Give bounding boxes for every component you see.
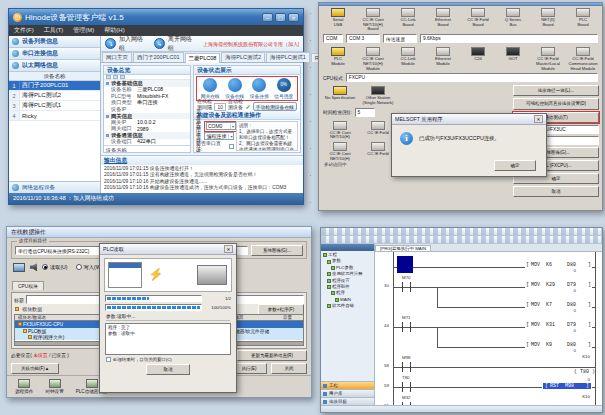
tab-0[interactable]: 网口主页	[102, 52, 132, 62]
ethernet-board-icon[interactable]: Ethernet Board	[426, 8, 460, 32]
param-program-button[interactable]: 参数+程序(F)	[258, 304, 304, 315]
auto-detect-checkbox[interactable]: ✓	[246, 103, 251, 110]
contact-T80[interactable]: T80	[402, 382, 411, 392]
speed-value[interactable]: 9.6Kbps	[420, 34, 598, 43]
timer-coil[interactable]: K10( T84 )0	[573, 394, 596, 405]
cancel-button[interactable]: 取消	[513, 186, 599, 197]
join-group-button[interactable]: ↴ 加入网络组	[105, 35, 147, 53]
melsoft-ok-button[interactable]: 确定	[494, 160, 536, 171]
system-image-button[interactable]: 系统图像(G)...	[251, 245, 303, 256]
nav-tab-工程[interactable]: 工程	[321, 381, 374, 389]
device-row[interactable]: 3海得PLC测试1	[9, 101, 100, 111]
rst-instruction[interactable]: [RSTM98]	[542, 383, 592, 389]
cc-ie-cont-net-10-h-module-icon[interactable]: CC IE Cont NET/10(H) Module	[356, 47, 390, 71]
cc-ie-field-board-icon[interactable]: CC IE Field Board	[461, 8, 495, 32]
minimize-button[interactable]: ─	[262, 13, 273, 22]
sidebar-item-network-remote[interactable]: 网络远程设备	[9, 181, 100, 193]
plc-board-icon[interactable]: PLC Board	[566, 8, 600, 32]
sidebar-panel-1[interactable]: 串口连接信息	[9, 48, 100, 60]
auto-close-checkbox[interactable]	[106, 357, 111, 362]
other-station-single-network--icon[interactable]: Other Station (Single Network)	[361, 86, 395, 105]
net-ii-board-icon[interactable]: NET(II) Board	[531, 8, 565, 32]
instruction[interactable]: [MOVK29D79]0	[525, 282, 592, 293]
q-series-bus-icon[interactable]: Q Series Bus	[496, 8, 530, 32]
connection-path-list-button[interactable]: 连接路径一览(L)...	[513, 85, 599, 96]
sidebar-panel-2[interactable]: 以太网络信息	[9, 60, 100, 72]
cc-ie-field-icon[interactable]: CC IE Field	[361, 142, 395, 161]
maximize-button[interactable]: ▢	[275, 13, 286, 22]
melsoft-dialog-title-bar[interactable]: MELSOFT 应用程序 ✕	[392, 114, 546, 125]
cc-link-board-icon[interactable]: CC-Link Board	[391, 8, 425, 32]
instruction[interactable]: [MOVK7D80]0	[525, 302, 592, 313]
title-bar[interactable]: ◷ Hinode设备管理客户端 v1.5 ─ ▢ ✕	[9, 9, 303, 25]
refresh-button[interactable]: 更新为最新的信息(R)	[237, 350, 307, 361]
close-icon[interactable]: ✕	[534, 115, 543, 123]
com-port-value[interactable]: COM 3	[346, 34, 380, 43]
tab-1[interactable]: 西门子200PLC01	[133, 52, 184, 62]
menu-item[interactable]: 工具(T)	[39, 26, 69, 35]
tool-远程操作[interactable]: 远程操作	[15, 379, 33, 394]
ladder-canvas[interactable]: [MOVK6D80]030M70[MOVK29D79]0[MOVK7D80]04…	[375, 252, 602, 405]
cc-ie-field-communication-head-module-icon[interactable]: CC IE Field Communication Head Module	[566, 47, 600, 71]
navigation-toolbar[interactable]	[321, 244, 374, 251]
document-tab[interactable]: [PRG]监视执行中 MAIN	[375, 245, 431, 251]
project-tree[interactable]: 工程参数PLC参数全局软元件注释程序设置程序部件程序MAIN软元件存储	[321, 251, 374, 381]
no-specification-icon[interactable]: No Specification	[323, 86, 357, 105]
serial-usb-icon[interactable]: Serial USB	[321, 8, 355, 32]
cc-ie-cont-net-10-h--icon[interactable]: CC IE Cont NET/10(H)	[323, 142, 357, 161]
com-select[interactable]: COM0 ▾	[206, 122, 236, 130]
close-button[interactable]: ✕	[288, 13, 299, 22]
nav-tab-连接目标[interactable]: 连接目标	[321, 397, 374, 405]
tab-icon	[323, 400, 327, 404]
tab-3[interactable]: 海得PLC测试2	[221, 52, 265, 62]
cc-ie-cont-net-10-h--icon[interactable]: CC IE Cont NET/10(H)	[323, 121, 357, 140]
tab-4[interactable]: 海得PLC测试1	[266, 52, 310, 62]
tab-cpu-module[interactable]: CPU模块	[12, 281, 44, 290]
contact-M71[interactable]: M71	[402, 322, 411, 332]
contact-M98[interactable]: M98	[402, 362, 411, 372]
cc-ie-field-icon[interactable]: CC IE Field	[361, 121, 395, 140]
cc-ie-cont-net-10-h-board-icon[interactable]: CC IE Cont NET/10(H) Board	[356, 8, 390, 32]
menu-item[interactable]: 文件(F)	[9, 26, 39, 35]
mode-radio-0[interactable]: 读取(U)	[42, 264, 68, 271]
leave-group-button[interactable]: ↳ 离开网络组	[154, 35, 196, 53]
got-icon[interactable]: GOT	[496, 47, 530, 71]
tree-item-软元件存储[interactable]: 软元件存储	[323, 303, 373, 309]
interval-input[interactable]: 10	[214, 103, 226, 111]
instruction[interactable]: [MOVK31D79]0	[525, 322, 592, 333]
ladder-toolbar-row2[interactable]	[321, 236, 602, 244]
instruction[interactable]: [MOVK6D80]0	[525, 262, 592, 273]
c24-icon[interactable]: C24	[461, 47, 495, 71]
online-title-bar[interactable]: 在线数据操作	[7, 227, 311, 238]
tab-2[interactable]: 三菱PLC08	[185, 53, 221, 63]
sidebar-panel-0[interactable]: 设备列表信息	[9, 36, 100, 48]
progress-result-list[interactable]: 程序 : 完了参数 : 读取中	[105, 323, 231, 355]
direct-serial-checkbox[interactable]	[229, 144, 234, 149]
ladder-toolbar-row1[interactable]	[321, 228, 602, 236]
connect-mode-select[interactable]: 编程连接 ▾	[204, 132, 234, 140]
progress-cancel-button[interactable]: 取消	[146, 364, 190, 375]
direct-connection-setting-button[interactable]: 可编程控制器直接连接设置(D)	[513, 98, 599, 109]
ethernet-module-icon[interactable]: Ethernet Module	[426, 47, 460, 71]
time-check-input[interactable]: 5	[355, 108, 375, 117]
cc-link-module-icon[interactable]: CC-Link Module	[391, 47, 425, 71]
device-manager-window: ◷ Hinode设备管理客户端 v1.5 ─ ▢ ✕ 文件(F)工具(T)管理(…	[8, 8, 304, 205]
progress-title-bar[interactable]: PLC读取 ✕	[100, 244, 236, 255]
cc-ie-field-master-local-module-icon[interactable]: CC IE Field Master/Local Module	[531, 47, 565, 71]
tool-时钟设置[interactable]: 时钟设置	[45, 379, 63, 394]
device-row[interactable]: 1西门子200PLC01	[9, 81, 100, 91]
close-dialog-button[interactable]: 关闭	[271, 363, 307, 374]
output-log[interactable]: 2016/11/09 17:01:15 设备连接通道打开！2016/11/09 …	[101, 165, 303, 193]
ladder-cursor[interactable]	[397, 256, 413, 273]
contact-M32[interactable]: M32	[402, 402, 411, 405]
menu-item[interactable]: 管理(M)	[68, 26, 99, 35]
plc-module-icon[interactable]: PLC Module	[321, 47, 355, 71]
contact-M70[interactable]: M70	[402, 282, 411, 292]
progress-bar-percent	[105, 304, 202, 311]
nav-tab-用户库[interactable]: 用户库	[321, 389, 374, 397]
close-icon[interactable]: ✕	[224, 245, 233, 253]
instruction[interactable]: [MOVK9D80]0	[525, 342, 592, 353]
related-functions-button[interactable]: 关联功能(F)▲	[11, 363, 59, 374]
device-row[interactable]: 2海得PLC测试2	[9, 91, 100, 101]
device-row[interactable]: 4Ricky	[9, 111, 100, 121]
